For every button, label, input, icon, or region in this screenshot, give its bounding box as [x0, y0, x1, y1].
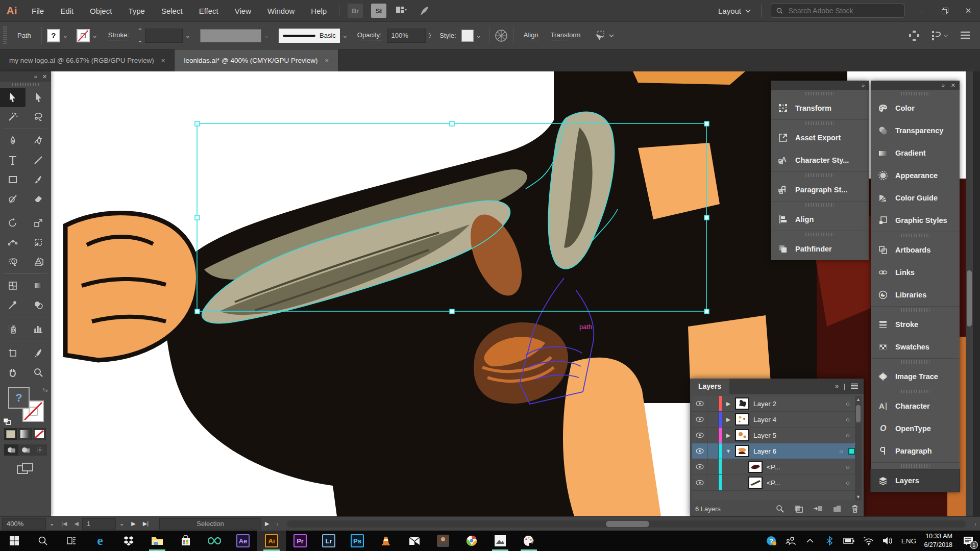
expand-layer-icon[interactable]: ▶	[722, 416, 735, 423]
expand-layer-icon[interactable]: ▶	[722, 432, 735, 439]
menu-object[interactable]: Object	[82, 0, 120, 21]
visibility-toggle[interactable]	[692, 443, 707, 459]
draw-inside-mode[interactable]	[33, 444, 47, 456]
people-button[interactable]	[781, 531, 800, 551]
doc-tab-leonidas[interactable]: leonidas.ai* @ 400% (CMYK/GPU Preview) ×	[175, 49, 338, 71]
panel-group-grip[interactable]	[871, 90, 960, 97]
layer-name[interactable]: Layer 6	[753, 447, 835, 455]
panel-group-grip[interactable]	[771, 119, 869, 127]
properties-toggle[interactable]	[931, 30, 948, 41]
panel-group-grip[interactable]	[871, 358, 960, 365]
dropbox-button[interactable]	[114, 531, 143, 551]
tool-perspective-grid[interactable]	[26, 252, 51, 271]
loop-button[interactable]	[200, 531, 229, 551]
menu-view[interactable]: View	[227, 0, 259, 21]
tool-lasso[interactable]	[26, 107, 51, 127]
collapse-toolbar-icon[interactable]: «	[34, 73, 37, 80]
photoshop-button[interactable]: Ps	[343, 531, 372, 551]
artboard-dropdown[interactable]: ⌄	[116, 520, 128, 527]
make-clip-mask-icon[interactable]	[794, 505, 803, 513]
tool-shaper[interactable]	[0, 189, 26, 209]
layer-row[interactable]: ▶ Layer 4 ○	[692, 412, 862, 428]
stroke-color-swatch[interactable]	[77, 29, 90, 42]
menu-edit[interactable]: Edit	[52, 0, 82, 21]
prev-artboard-button[interactable]: ◀	[71, 520, 82, 527]
fill-indicator[interactable]: ?	[8, 387, 30, 409]
tool-eraser[interactable]	[26, 189, 51, 209]
menu-file[interactable]: File	[23, 0, 52, 21]
restore-button[interactable]	[933, 0, 957, 21]
transform-panel-link[interactable]: Transform	[551, 31, 581, 40]
edge-button[interactable]: e	[86, 531, 114, 551]
fill-stroke-indicator[interactable]: ? ⇆	[3, 386, 48, 425]
variable-width-profile[interactable]: Basic	[279, 29, 340, 43]
action-center-button[interactable]: 1	[957, 531, 980, 551]
brush-definition-dropdown[interactable]	[200, 29, 261, 42]
visibility-toggle[interactable]	[692, 428, 707, 443]
fill-color-dropdown[interactable]: ⌄	[60, 29, 70, 42]
draw-behind-mode[interactable]	[18, 444, 32, 456]
layer-target-icon[interactable]: ○	[841, 432, 854, 439]
panel-group-grip[interactable]	[771, 90, 869, 97]
arrange-documents-button[interactable]	[390, 1, 413, 21]
collapse-panel-icon[interactable]: »	[835, 383, 839, 390]
tool-rotate[interactable]	[0, 213, 26, 233]
artboard-number-field[interactable]: 1	[82, 518, 116, 530]
layer-row-selected[interactable]: ▼ Layer 6 ○	[692, 443, 862, 459]
layers-scrollbar[interactable]: ▲ ▼	[855, 396, 862, 500]
tool-paintbrush[interactable]	[26, 170, 51, 189]
taskbar-clock[interactable]: 10:33 AM 6/27/2018	[920, 532, 957, 549]
layer-row[interactable]: ▶ Layer 2 ○	[692, 396, 862, 412]
tool-column-graph[interactable]	[26, 319, 51, 339]
layer-name[interactable]: Layer 4	[753, 416, 841, 423]
layer-target-icon[interactable]: ○	[841, 479, 854, 487]
panel-character[interactable]: A Character	[871, 395, 960, 417]
tab-close-icon[interactable]: ×	[325, 57, 329, 64]
stroke-weight-stepper[interactable]: ⌃⌄	[137, 27, 143, 44]
panel-asset-export[interactable]: Asset Export	[771, 127, 869, 149]
get-help-button[interactable]: ?	[762, 531, 781, 551]
panel-group-grip[interactable]	[771, 231, 869, 238]
status-expand-button[interactable]: ▶	[261, 520, 273, 527]
layer-target-icon[interactable]: ○	[841, 463, 854, 471]
volume-button[interactable]	[878, 531, 897, 551]
panel-graphic-styles[interactable]: Graphic Styles	[871, 209, 960, 232]
next-artboard-button[interactable]: ▶	[128, 520, 139, 527]
start-button[interactable]	[0, 531, 29, 551]
horizontal-scrollbar-thumb[interactable]	[606, 521, 649, 527]
panel-appearance[interactable]: Appearance	[871, 164, 960, 187]
panel-menu-icon[interactable]	[850, 383, 859, 389]
menu-window[interactable]: Window	[259, 0, 303, 21]
tray-expand-button[interactable]	[800, 531, 820, 551]
locate-object-icon[interactable]	[776, 505, 784, 513]
tool-blend[interactable]	[26, 295, 51, 315]
stroke-color-dropdown[interactable]: ⌄	[90, 29, 100, 42]
tool-type[interactable]	[0, 151, 26, 170]
game-app-button[interactable]	[429, 531, 457, 551]
sublayer-name[interactable]: <P...	[767, 463, 841, 471]
battery-button[interactable]	[839, 531, 859, 551]
first-artboard-button[interactable]: |◀	[58, 520, 70, 527]
panel-opentype[interactable]: O OpenType	[871, 417, 960, 440]
last-artboard-button[interactable]: ▶|	[139, 520, 152, 527]
color-button[interactable]	[4, 428, 17, 440]
layer-row[interactable]: ▶ Layer 5 ○	[692, 428, 862, 443]
panel-group-grip[interactable]	[771, 171, 869, 179]
layer-thumbnail[interactable]	[735, 429, 749, 441]
panel-transform[interactable]: Transform	[771, 97, 869, 119]
task-view-button[interactable]	[57, 531, 86, 551]
panel-color-guide[interactable]: Color Guide	[871, 187, 960, 209]
stroke-profile-dropdown[interactable]: ⌄	[340, 29, 350, 42]
visibility-toggle[interactable]	[692, 396, 707, 411]
layer-thumbnail[interactable]	[735, 445, 749, 457]
sublayer-thumbnail[interactable]	[748, 477, 763, 489]
menu-type[interactable]: Type	[120, 0, 153, 21]
stroke-weight-dropdown[interactable]: ⌄	[183, 29, 193, 42]
menu-help[interactable]: Help	[303, 0, 335, 21]
swap-fill-stroke-icon[interactable]: ⇆	[43, 386, 48, 393]
layer-target-icon[interactable]: ○	[835, 447, 848, 455]
tool-hand[interactable]	[0, 363, 26, 382]
opacity-field[interactable]: 100%	[387, 29, 426, 43]
mail-button[interactable]	[400, 531, 429, 551]
visibility-toggle[interactable]	[692, 412, 707, 427]
